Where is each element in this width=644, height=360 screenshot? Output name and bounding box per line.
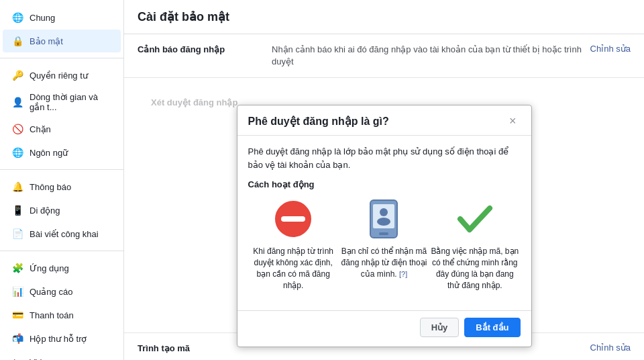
sidebar-divider-1 <box>0 58 123 58</box>
sidebar-item-thanh-toan[interactable]: 💳 Thanh toán <box>3 304 121 326</box>
page-title: Cài đặt bảo mật <box>138 9 631 24</box>
payment-icon: 💳 <box>11 308 24 322</box>
modal-col-2: Bạn chỉ có thể nhận mã đăng nhập từ điện… <box>339 199 429 279</box>
sidebar-item-bao-mat[interactable]: 🔒 Bảo mật <box>3 30 121 52</box>
sidebar-item-di-dong[interactable]: 📱 Di động <box>3 199 121 222</box>
mailbox-icon: 📬 <box>11 332 24 345</box>
modal-title: Phê duyệt đăng nhập là gì? <box>248 115 389 128</box>
video-icon: ▶ <box>11 355 24 360</box>
modal-close-button[interactable]: × <box>505 114 521 128</box>
sidebar-item-chan[interactable]: 🚫 Chặn <box>3 118 121 140</box>
svg-point-4 <box>380 208 388 216</box>
sidebar: 🌐 Chung 🔒 Bảo mật 🔑 Quyền riêng tư 👤 Dòn… <box>0 0 124 360</box>
modal-col-2-link[interactable]: [?] <box>399 270 407 278</box>
main-header: Cài đặt bảo mật <box>124 0 644 34</box>
mobile-icon: 📱 <box>11 204 24 217</box>
sidebar-item-label: Di động <box>30 206 60 216</box>
modal-col-3: Bằng việc nhập mã, bạn có thể chứng minh… <box>429 199 520 291</box>
svg-rect-6 <box>379 232 388 235</box>
sidebar-item-label: Thông báo <box>30 182 71 192</box>
sidebar-item-hop-thu[interactable]: 📬 Hộp thư hỗ trợ <box>3 327 121 350</box>
sidebar-item-label: Quyền riêng tư <box>30 71 88 81</box>
edit-button[interactable]: Chỉnh sửa <box>590 343 631 353</box>
sidebar-divider-2 <box>0 169 123 170</box>
sidebar-divider-3 <box>0 251 123 251</box>
modal-header: Phê duyệt đăng nhập là gì? × <box>237 105 531 136</box>
row-label: Cảnh báo đăng nhập <box>138 44 272 54</box>
sidebar-item-label: Chặn <box>30 124 51 134</box>
block-icon: 🚫 <box>11 122 24 136</box>
sidebar-item-label: Thanh toán <box>30 310 74 320</box>
edit-button[interactable]: Chỉnh sửa <box>590 44 631 54</box>
sidebar-item-label: Bảo mật <box>30 36 63 46</box>
sidebar-item-ung-dung[interactable]: 🧩 Ứng dụng <box>3 257 121 279</box>
sidebar-item-bai-viet[interactable]: 📄 Bài viết công khai <box>3 222 121 245</box>
modal-footer: Hủy Bắt đầu <box>237 310 531 347</box>
lock-icon: 🔒 <box>11 34 24 48</box>
document-icon: 📄 <box>11 227 24 240</box>
sidebar-item-chung[interactable]: 🌐 Chung <box>3 6 121 29</box>
sidebar-item-thong-bao[interactable]: 🔔 Thông báo <box>3 175 121 198</box>
phone-icon <box>364 199 404 239</box>
sidebar-item-ngon-ngu[interactable]: 🌐 Ngôn ngữ <box>3 141 121 164</box>
modal-icons-row: Khi đăng nhập từ trình duyệt không xác đ… <box>248 199 521 291</box>
language-icon: 🌐 <box>11 146 24 159</box>
bell-icon: 🔔 <box>11 180 24 193</box>
main-content: Cài đặt bảo mật Cảnh báo đăng nhập Nhận … <box>124 0 644 360</box>
ad-icon: 📊 <box>11 285 24 298</box>
checkmark-icon <box>455 199 495 239</box>
sidebar-item-video[interactable]: ▶ Video <box>3 351 121 360</box>
sidebar-item-label: Ngôn ngữ <box>30 148 68 158</box>
sidebar-item-label: Ứng dụng <box>30 263 69 273</box>
settings-table: Cảnh báo đăng nhập Nhận cảnh báo khi ai … <box>124 34 644 360</box>
no-sign-icon <box>273 199 313 239</box>
table-row: Xét duyệt đăng nhập Phê duyệt đăng nhập … <box>124 78 644 333</box>
sidebar-item-quang-cao[interactable]: 📊 Quảng cáo <box>3 280 121 303</box>
key-icon: 🔑 <box>11 69 24 82</box>
modal-col-1-text: Khi đăng nhập từ trình duyệt không xác đ… <box>248 246 339 291</box>
modal-description: Phê duyệt đăng nhập là lớp bảo mật phụ s… <box>248 145 521 171</box>
svg-rect-1 <box>281 216 305 222</box>
globe-icon: 🌐 <box>11 11 24 24</box>
row-desc: Nhận cảnh báo khi ai đó đăng nhập vào tà… <box>272 44 582 68</box>
modal-section-title: Cách hoạt động <box>248 179 521 189</box>
svg-point-5 <box>377 218 390 226</box>
user-icon: 👤 <box>11 95 24 109</box>
modal-body: Phê duyệt đăng nhập là lớp bảo mật phụ s… <box>237 136 531 310</box>
modal-col-3-text: Bằng việc nhập mã, bạn có thể chứng minh… <box>429 246 520 291</box>
sidebar-item-label: Bài viết công khai <box>30 229 99 239</box>
start-button[interactable]: Bắt đầu <box>464 318 520 337</box>
modal-col-2-text: Bạn chỉ có thể nhận mã đăng nhập từ điện… <box>339 246 429 279</box>
cancel-button[interactable]: Hủy <box>420 318 460 337</box>
sidebar-item-label: Quảng cáo <box>30 287 72 297</box>
table-row: Cảnh báo đăng nhập Nhận cảnh báo khi ai … <box>124 34 644 78</box>
sidebar-item-dong-thoi-gian[interactable]: 👤 Dòng thời gian và gắn t... <box>3 87 121 117</box>
sidebar-item-label: Hộp thư hỗ trợ <box>30 334 87 344</box>
modal-dialog: Phê duyệt đăng nhập là gì? × Phê duyệt đ… <box>237 105 532 347</box>
sidebar-item-quyen-rieng-tu[interactable]: 🔑 Quyền riêng tư <box>3 64 121 87</box>
sidebar-item-label: Video <box>30 357 52 361</box>
modal-col-1: Khi đăng nhập từ trình duyệt không xác đ… <box>248 199 339 291</box>
sidebar-item-label: Chung <box>30 13 55 23</box>
app-icon: 🧩 <box>11 261 24 275</box>
sidebar-item-label: Dòng thời gian và gắn t... <box>30 92 113 112</box>
modal-overlay: Phê duyệt đăng nhập là gì? × Phê duyệt đ… <box>124 78 644 332</box>
